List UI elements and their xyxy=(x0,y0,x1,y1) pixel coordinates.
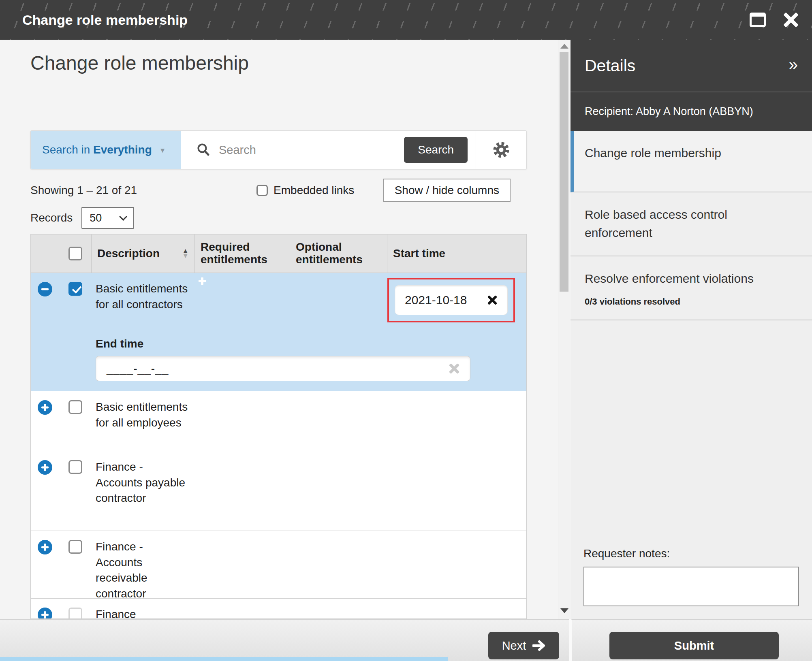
dialog-titlebar: Change role membership xyxy=(0,0,812,40)
table-row: Finance - Accounts payable contractor xyxy=(31,451,526,531)
gear-icon xyxy=(491,140,511,160)
optional-entitlements-cell xyxy=(290,273,387,332)
search-scope-dropdown[interactable]: Search in Everything ▼ xyxy=(31,131,181,169)
close-button[interactable] xyxy=(779,8,803,32)
clear-start-time-icon[interactable] xyxy=(487,295,498,305)
start-time-cell xyxy=(387,599,526,619)
scroll-down-icon[interactable] xyxy=(560,608,568,613)
optional-entitlements-cell xyxy=(290,451,387,531)
maximize-icon xyxy=(750,13,766,27)
embedded-links-toggle[interactable]: Embedded links xyxy=(256,184,354,197)
vertical-scrollbar[interactable] xyxy=(558,40,570,619)
table-row: Finance xyxy=(31,599,526,619)
checkbox-cell xyxy=(59,599,92,619)
expand-row-icon[interactable] xyxy=(38,608,52,619)
maximize-button[interactable] xyxy=(746,8,770,32)
main-footer: Next xyxy=(0,619,569,661)
optional-entitlements-cell xyxy=(290,599,387,619)
records-selected-value: 50 xyxy=(90,212,102,224)
search-icon xyxy=(196,143,211,157)
expander-cell xyxy=(31,599,59,619)
start-time-column-header: Start time xyxy=(387,235,526,273)
table-row: Basic entitlements for all contractors 2… xyxy=(31,273,526,332)
expand-row-icon[interactable] xyxy=(38,460,52,475)
start-time-value: 2021-10-18 xyxy=(405,293,467,307)
end-time-value: ____-__-__ xyxy=(107,362,169,375)
sort-desc-icon: ▼ xyxy=(182,254,189,258)
records-label: Records xyxy=(30,211,73,224)
sidebar-item-role-based-access-control[interactable]: Role based access control enforcement xyxy=(571,192,812,256)
arrow-right-icon xyxy=(532,640,545,651)
optional-entitlements-cell xyxy=(290,391,387,451)
requester-notes-block: Requester notes: xyxy=(571,547,812,608)
sidebar-header: Details » Recipient: Abby A Norton (ABBY… xyxy=(571,40,812,131)
row-checkbox[interactable] xyxy=(68,400,82,414)
sidebar-footer: Submit xyxy=(569,619,812,661)
search-input[interactable] xyxy=(219,143,404,157)
records-per-page-select[interactable]: 50 xyxy=(81,207,134,229)
expander-cell xyxy=(31,451,59,531)
results-count: Showing 1 – 21 of 21 xyxy=(30,184,137,197)
checkbox-cell xyxy=(59,391,92,451)
end-time-subrow: End time ____-__-__ xyxy=(31,332,526,391)
expander-column-header xyxy=(31,235,59,273)
collapse-row-icon[interactable] xyxy=(38,282,52,296)
row-checkbox-checked[interactable] xyxy=(68,282,82,296)
scrollbar-thumb[interactable] xyxy=(560,52,568,292)
embedded-links-checkbox[interactable] xyxy=(256,185,268,196)
search-button[interactable]: Search xyxy=(404,137,468,163)
start-time-cell xyxy=(387,391,526,451)
row-description: Basic entitlements for all contractors xyxy=(92,273,195,332)
required-entitlements-cell xyxy=(195,599,290,619)
checkbox-cell xyxy=(59,531,92,608)
end-time-input[interactable]: ____-__-__ xyxy=(96,356,470,381)
next-button[interactable]: Next xyxy=(488,632,559,659)
requester-notes-input[interactable] xyxy=(583,567,799,606)
selected-row-group: Basic entitlements for all contractors 2… xyxy=(31,273,526,391)
row-checkbox[interactable] xyxy=(68,540,82,554)
expand-row-icon[interactable] xyxy=(38,540,52,554)
clear-end-time-icon[interactable] xyxy=(449,363,459,374)
search-scope-value: Everything xyxy=(93,143,152,156)
dialog-title: Change role membership xyxy=(22,12,188,28)
records-row: Records 50 xyxy=(30,207,134,229)
checkbox-cell xyxy=(59,451,92,531)
description-column-header[interactable]: Description ▲ ▼ xyxy=(92,235,195,273)
row-checkbox[interactable] xyxy=(68,460,82,474)
required-entitlements-cell xyxy=(195,273,290,332)
collapse-sidebar-icon[interactable]: » xyxy=(789,56,798,75)
details-sidebar: Details » Recipient: Abby A Norton (ABBY… xyxy=(571,40,812,619)
row-description: Basic entitlements for all employees xyxy=(92,391,195,451)
start-time-cell xyxy=(387,451,526,531)
search-scope-label: Search in Everything xyxy=(42,143,152,156)
start-time-cell: 2021-10-18 xyxy=(387,273,526,332)
start-time-cell xyxy=(387,531,526,608)
submit-button[interactable]: Submit xyxy=(609,632,779,659)
sidebar-item-resolve-enforcement-violations[interactable]: Resolve enforcement violations 0/3 viola… xyxy=(571,256,812,320)
sort-toggle[interactable]: ▲ ▼ xyxy=(179,249,189,258)
show-hide-columns-button[interactable]: Show / hide columns xyxy=(383,179,511,202)
expander-cell xyxy=(31,391,59,451)
row-checkbox[interactable] xyxy=(68,608,82,619)
table-row: Finance - Accounts receivable contractor xyxy=(31,531,526,599)
sidebar-title-row: Details » xyxy=(571,40,812,92)
search-bar: Search in Everything ▼ Search xyxy=(30,130,527,169)
next-button-label: Next xyxy=(502,639,526,652)
checkbox-cell xyxy=(59,273,92,332)
violations-status: 0/3 violations resolved xyxy=(585,296,792,307)
bottom-accent-strip xyxy=(0,657,448,661)
sidebar-item-change-role-membership[interactable]: Change role membership xyxy=(571,131,812,192)
required-entitlements-cell xyxy=(195,531,290,608)
table-header-row: Description ▲ ▼ Required entitlements Op… xyxy=(31,235,526,273)
select-all-checkbox[interactable] xyxy=(68,247,82,260)
select-all-cell xyxy=(59,235,92,273)
highlight-annotation-box: 2021-10-18 xyxy=(387,278,515,322)
chevron-down-icon xyxy=(119,213,127,221)
scroll-up-icon[interactable] xyxy=(560,44,568,49)
embedded-links-label: Embedded links xyxy=(274,184,354,197)
optional-entitlements-column-header: Optional entitlements xyxy=(290,235,387,273)
search-settings-button[interactable] xyxy=(476,131,526,169)
start-time-input[interactable]: 2021-10-18 xyxy=(395,285,508,315)
expand-row-icon[interactable] xyxy=(38,400,52,415)
required-entitlements-cell xyxy=(195,391,290,451)
